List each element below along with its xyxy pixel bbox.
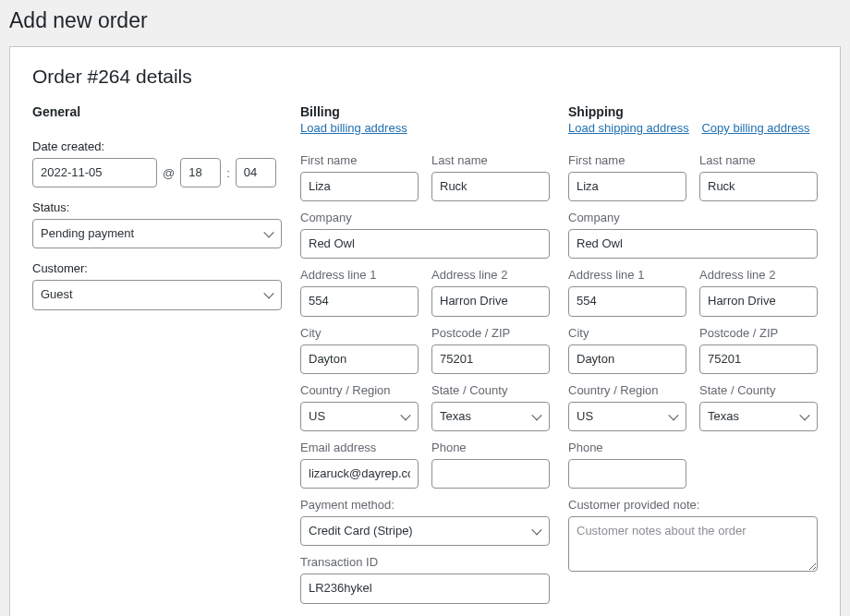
load-shipping-address-link[interactable]: Load shipping address (568, 121, 689, 135)
billing-email-label: Email address (300, 441, 419, 454)
billing-state-label: State / County (431, 383, 550, 397)
shipping-last-name-label: Last name (699, 153, 818, 167)
billing-addr2-label: Address line 2 (431, 268, 550, 282)
transaction-id-label: Transaction ID (300, 555, 550, 569)
date-input[interactable] (32, 158, 157, 187)
billing-city-input[interactable] (300, 344, 419, 374)
shipping-addr1-input[interactable] (568, 286, 686, 316)
billing-country-label: Country / Region (300, 383, 419, 397)
shipping-country-select[interactable]: US (568, 402, 686, 431)
shipping-state-select[interactable]: Texas (699, 402, 818, 431)
customer-note-textarea[interactable] (568, 516, 818, 572)
transaction-id-input[interactable] (300, 574, 550, 603)
billing-city-label: City (300, 326, 419, 340)
shipping-heading: Shipping (568, 104, 818, 119)
shipping-phone-input[interactable] (568, 459, 686, 489)
billing-state-select[interactable]: Texas (431, 402, 550, 431)
billing-phone-label: Phone (431, 441, 550, 454)
customer-select[interactable]: Guest (32, 280, 282, 309)
customer-label: Customer: (32, 261, 282, 275)
billing-country-select-wrapper: US (300, 402, 419, 431)
shipping-postcode-label: Postcode / ZIP (699, 326, 818, 340)
billing-email-input[interactable] (300, 459, 419, 489)
order-details-panel: Order #264 details General Date created:… (9, 46, 841, 616)
billing-postcode-label: Postcode / ZIP (431, 326, 550, 340)
billing-state-select-wrapper: Texas (431, 402, 550, 431)
shipping-first-name-input[interactable] (568, 172, 686, 201)
billing-addr1-input[interactable] (300, 286, 419, 316)
billing-last-name-label: Last name (431, 153, 550, 167)
shipping-addr2-label: Address line 2 (699, 268, 818, 282)
shipping-addr1-label: Address line 1 (568, 268, 686, 282)
billing-addr1-label: Address line 1 (300, 268, 419, 282)
shipping-state-label: State / County (699, 383, 818, 397)
shipping-country-label: Country / Region (568, 383, 686, 397)
shipping-country-select-wrapper: US (568, 402, 686, 431)
billing-postcode-input[interactable] (431, 344, 550, 374)
shipping-company-input[interactable] (568, 229, 818, 259)
shipping-phone-label: Phone (568, 441, 686, 454)
shipping-company-label: Company (568, 211, 818, 224)
shipping-addr2-input[interactable] (699, 286, 818, 316)
load-billing-address-link[interactable]: Load billing address (300, 121, 407, 135)
general-column: General Date created: @ : Status: Pendin… (32, 104, 282, 604)
panel-title: Order #264 details (32, 66, 818, 88)
copy-billing-address-link[interactable]: Copy billing address (701, 121, 809, 135)
hour-input[interactable] (180, 158, 221, 187)
status-label: Status: (32, 200, 282, 214)
billing-company-label: Company (300, 211, 550, 224)
colon-separator: : (226, 166, 230, 180)
payment-method-select[interactable]: Credit Card (Stripe) (300, 516, 550, 546)
at-separator: @ (163, 166, 175, 180)
shipping-first-name-label: First name (568, 153, 686, 167)
shipping-state-select-wrapper: Texas (699, 402, 818, 431)
billing-heading: Billing (300, 104, 550, 119)
billing-company-input[interactable] (300, 229, 550, 259)
customer-select-wrapper: Guest (32, 280, 282, 309)
billing-first-name-label: First name (300, 153, 419, 167)
billing-addr2-input[interactable] (431, 286, 550, 316)
minute-input[interactable] (236, 158, 276, 187)
shipping-postcode-input[interactable] (699, 344, 818, 374)
shipping-last-name-input[interactable] (699, 172, 818, 201)
billing-column: Billing Load billing address First name … (300, 104, 550, 604)
page-title: Add new order (0, 0, 850, 37)
shipping-city-label: City (568, 326, 686, 340)
date-created-label: Date created: (32, 139, 282, 153)
status-select-wrapper: Pending payment (32, 219, 282, 248)
shipping-city-input[interactable] (568, 344, 686, 374)
billing-phone-input[interactable] (431, 459, 550, 489)
billing-last-name-input[interactable] (431, 172, 550, 201)
billing-first-name-input[interactable] (300, 172, 419, 201)
payment-method-label: Payment method: (300, 498, 550, 512)
payment-method-select-wrapper: Credit Card (Stripe) (300, 516, 550, 546)
customer-note-label: Customer provided note: (568, 498, 818, 512)
general-heading: General (32, 104, 282, 119)
status-select[interactable]: Pending payment (32, 219, 282, 248)
shipping-column: Shipping Load shipping address Copy bill… (568, 104, 818, 604)
billing-country-select[interactable]: US (300, 402, 419, 431)
